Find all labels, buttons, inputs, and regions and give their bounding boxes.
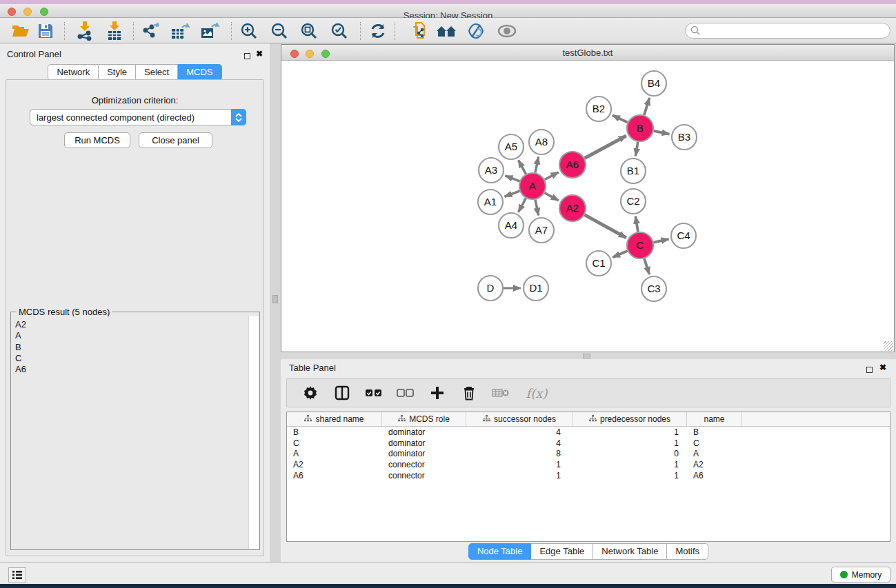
result-item[interactable]: A2 [15,319,248,330]
edge-A2-C[interactable] [585,215,626,238]
node-B[interactable]: B [627,115,653,141]
vertical-splitter-grip[interactable] [272,295,278,303]
window-resize-grip[interactable] [884,341,893,351]
result-item[interactable]: A [15,330,248,341]
result-scrollbar[interactable] [248,316,259,549]
eye-icon[interactable] [495,21,519,41]
table-row[interactable]: Adominator80A [287,448,890,459]
run-mcds-button[interactable]: Run MCDS [64,132,130,148]
column-header-successor-nodes[interactable]: successor nodes [466,412,573,426]
node-C4[interactable]: C4 [671,223,696,248]
table-row[interactable]: A6connector11A6 [287,470,890,481]
node-A1[interactable]: A1 [478,190,503,214]
node-B3[interactable]: B3 [672,125,697,150]
edge-A-A7[interactable] [535,200,539,216]
close-panel-button[interactable]: Close panel [139,132,212,148]
result-item[interactable]: C [15,353,248,364]
node-A6[interactable]: A6 [559,152,586,178]
result-item[interactable]: A6 [15,364,248,375]
refresh-layout-icon[interactable] [366,21,390,41]
edge-C-C3[interactable] [644,258,649,274]
gear-icon[interactable] [299,382,321,404]
memory-button[interactable]: Memory [831,567,890,582]
tab-mcds[interactable]: MCDS [178,64,221,81]
tab-node-table[interactable]: Node Table [468,543,532,560]
column-header-MCDS-role[interactable]: MCDS role [382,412,466,426]
edge-A-A8[interactable] [535,157,539,173]
table-row[interactable]: Cdominator41C [287,438,890,449]
edge-C-C4[interactable] [654,239,669,243]
search-input[interactable] [685,23,890,39]
edge-C-C1[interactable] [613,251,627,257]
deselect-all-icon[interactable] [395,382,417,404]
duplicate-network-icon[interactable] [407,21,432,41]
close-table-panel-icon[interactable]: ✖ [879,363,886,372]
node-B2[interactable]: B2 [586,97,611,121]
criterion-select[interactable]: largest connected component (directed) [30,109,246,125]
save-session-icon[interactable] [33,21,58,41]
export-table-icon[interactable] [168,21,192,41]
delete-table-icon[interactable] [490,382,512,404]
node-A4[interactable]: A4 [499,213,524,238]
node-D[interactable]: D [478,276,503,301]
edge-A-A1[interactable] [505,191,520,196]
edge-A6-B[interactable] [585,136,626,159]
zoom-selected-icon[interactable] [327,21,352,41]
add-column-icon[interactable] [426,382,448,404]
edge-A-A5[interactable] [519,160,526,174]
function-builder-icon[interactable]: f(x) [521,382,552,404]
import-network-icon[interactable] [72,21,97,41]
export-image-icon[interactable] [197,21,222,41]
float-table-panel-icon[interactable] [866,363,873,376]
task-history-icon[interactable] [8,567,26,582]
zoom-fit-icon[interactable] [297,21,321,41]
tab-motifs[interactable]: Motifs [667,543,708,560]
home-icon[interactable] [434,21,459,41]
node-C1[interactable]: C1 [586,251,611,276]
node-B1[interactable]: B1 [621,159,646,183]
edge-C-C2[interactable] [635,216,638,232]
node-A3[interactable]: A3 [479,158,504,183]
import-table-icon[interactable] [102,21,127,41]
zoom-in-icon[interactable] [237,21,261,41]
column-icon[interactable] [331,382,353,404]
node-C[interactable]: C [627,232,653,258]
node-D1[interactable]: D1 [524,276,548,301]
node-B4[interactable]: B4 [641,71,666,96]
export-network-icon[interactable] [138,21,163,41]
table-row[interactable]: Bdominator41B [287,427,890,438]
open-file-icon[interactable] [8,21,33,41]
node-C2[interactable]: C2 [621,189,646,214]
column-header-name[interactable]: name [687,412,742,426]
delete-icon[interactable] [458,382,480,404]
network-canvas[interactable]: B4B2BB3A8A5A6A3B1AA1C2A2A4A7C4CC1DD1C3 [281,61,894,352]
tab-style[interactable]: Style [99,64,136,81]
edge-A-A4[interactable] [519,199,526,212]
annotation-icon[interactable] [464,21,488,41]
column-header-shared-name[interactable]: shared name [287,412,382,426]
edge-A-A2[interactable] [545,193,559,201]
node-C3[interactable]: C3 [641,276,666,301]
edge-B-B2[interactable] [613,115,628,122]
node-A8[interactable]: A8 [529,130,554,154]
edge-A-A3[interactable] [506,176,520,181]
column-header-predecessor-nodes[interactable]: predecessor nodes [573,412,687,426]
edge-B-B3[interactable] [654,131,670,134]
zoom-out-icon[interactable] [267,21,292,41]
edge-A-A6[interactable] [545,172,559,180]
edge-B-B1[interactable] [636,142,638,156]
horizontal-splitter-grip[interactable] [583,354,590,358]
close-panel-icon[interactable]: ✖ [256,49,263,59]
tab-edge-table[interactable]: Edge Table [531,543,593,560]
node-A7[interactable]: A7 [529,218,554,243]
node-A[interactable]: A [519,173,546,199]
edge-B-B4[interactable] [644,98,650,115]
result-item[interactable]: B [15,342,248,353]
table-row[interactable]: A2connector11A2 [287,459,890,470]
tab-network-table[interactable]: Network Table [593,543,667,560]
tab-select[interactable]: Select [136,64,178,81]
network-graph[interactable]: B4B2BB3A8A5A6A3B1AA1C2A2A4A7C4CC1DD1C3 [281,61,894,352]
node-A2[interactable]: A2 [559,195,586,221]
float-panel-icon[interactable] [244,50,250,62]
node-A5[interactable]: A5 [499,134,524,159]
